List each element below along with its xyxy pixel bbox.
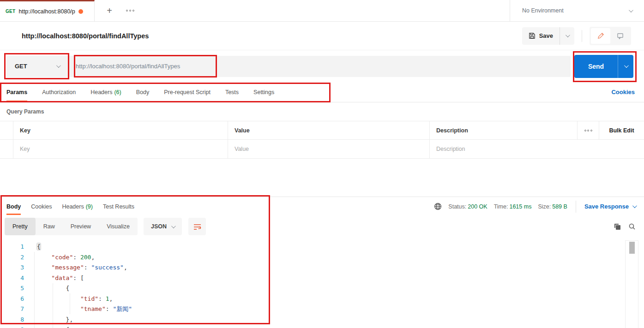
save-label: Save <box>539 32 553 39</box>
rename-button[interactable] <box>591 28 610 44</box>
param-value-input[interactable] <box>235 146 423 152</box>
send-button[interactable]: Send <box>574 55 618 78</box>
code-line: 4 "data": [ <box>0 273 644 284</box>
more-options-icon <box>584 130 592 131</box>
environment-selector[interactable]: No Environment <box>510 0 644 21</box>
tab-params[interactable]: Params <box>6 82 27 102</box>
request-tab[interactable]: GET http://localhost:8080/p <box>0 0 95 21</box>
column-header-description: Description <box>430 121 578 139</box>
param-key-input[interactable] <box>20 146 221 152</box>
response-view-controls: Pretty Raw Preview Visualize JSON <box>0 216 644 237</box>
save-button[interactable]: Save <box>522 27 560 45</box>
send-options-button[interactable] <box>618 55 633 78</box>
top-tab-bar: GET http://localhost:8080/p + No Environ… <box>0 0 644 22</box>
format-dropdown[interactable]: JSON <box>144 218 182 235</box>
indent-guide <box>53 283 53 328</box>
request-header: http://localhost:8080/portal/findAllType… <box>0 22 644 50</box>
topbar-spacer <box>134 0 510 21</box>
request-url-row: GET Send <box>0 50 644 82</box>
method-value: GET <box>15 63 27 70</box>
column-header-key: Key <box>13 121 228 139</box>
url-input[interactable] <box>69 56 571 77</box>
new-tab-button[interactable]: + <box>105 6 114 15</box>
comment-button[interactable] <box>610 28 630 44</box>
line-number: 8 <box>0 315 24 325</box>
view-tab-raw[interactable]: Raw <box>36 218 63 235</box>
column-header-value: Value <box>228 121 430 139</box>
status-badge: Status:200 OK <box>448 203 487 210</box>
response-tab-body[interactable]: Body <box>6 197 21 216</box>
code-line: 9 { <box>0 325 644 328</box>
params-more-button[interactable] <box>578 121 599 139</box>
line-number: 3 <box>0 262 24 273</box>
format-lines-icon <box>193 223 201 230</box>
response-tab-headers[interactable]: Headers(9) <box>62 197 93 216</box>
response-scrollbar[interactable] <box>625 240 638 328</box>
divider <box>582 30 582 42</box>
query-params-title: Query Params <box>6 108 44 115</box>
line-number: 4 <box>0 273 24 284</box>
send-label: Send <box>588 63 604 70</box>
indent-guide <box>34 252 35 328</box>
query-params-table: Key Value Description Bulk Edit <box>0 121 644 159</box>
tab-tests[interactable]: Tests <box>225 82 239 102</box>
tab-settings[interactable]: Settings <box>253 82 274 102</box>
code-line: 2 "code": 200, <box>0 252 644 263</box>
search-icon[interactable] <box>628 223 636 230</box>
response-tab-cookies[interactable]: Cookies <box>31 197 52 216</box>
chevron-down-icon <box>629 8 633 12</box>
response-header: Body Cookies Headers(9) Test Results Sta… <box>0 197 644 216</box>
tab-options-icon[interactable] <box>126 10 134 12</box>
pencil-icon <box>597 32 604 39</box>
cookies-link[interactable]: Cookies <box>611 82 635 102</box>
view-tab-preview[interactable]: Preview <box>63 218 99 235</box>
code-line: 8 }, <box>0 315 644 325</box>
param-description-input[interactable] <box>436 146 638 152</box>
code-line: 5 { <box>0 283 644 294</box>
code-line: 6 "tid": 1, <box>0 294 644 304</box>
spacer <box>0 159 644 197</box>
response-body-viewer[interactable]: 1{2 "code": 200,3 "message": "success",4… <box>0 237 644 328</box>
chevron-down-icon <box>56 63 61 68</box>
view-tab-pretty[interactable]: Pretty <box>5 218 36 235</box>
copy-icon[interactable] <box>614 223 621 230</box>
response-code-lines: 1{2 "code": 200,3 "message": "success",4… <box>0 242 644 328</box>
line-number: 6 <box>0 294 24 304</box>
code-line: 7 "tname": "新闻" <box>0 304 644 315</box>
tab-method-label: GET <box>6 9 15 14</box>
scrollbar-thumb[interactable] <box>629 242 635 254</box>
tab-authorization[interactable]: Authorization <box>42 82 76 102</box>
time-badge: Time:1615 ms <box>494 203 532 210</box>
send-button-group: Send <box>574 55 633 78</box>
edit-comment-group <box>590 27 631 45</box>
row-check-cell <box>0 140 13 158</box>
request-title: http://localhost:8080/portal/findAllType… <box>22 32 149 40</box>
tab-headers[interactable]: Headers(6) <box>90 82 121 102</box>
globe-icon[interactable] <box>434 203 442 210</box>
tab-pre-request-script[interactable]: Pre-request Script <box>164 82 211 102</box>
tab-body[interactable]: Body <box>136 82 150 102</box>
postman-app: GET http://localhost:8080/p + No Environ… <box>0 0 644 328</box>
format-value: JSON <box>151 223 167 230</box>
save-icon <box>529 32 536 39</box>
response-tab-test-results[interactable]: Test Results <box>103 197 134 216</box>
line-number: 9 <box>0 325 24 328</box>
line-number: 5 <box>0 283 24 294</box>
save-options-button[interactable] <box>560 27 574 45</box>
view-tab-visualize[interactable]: Visualize <box>99 218 138 235</box>
tab-url-label: http://localhost:8080/p <box>18 8 75 15</box>
code-line: 3 "message": "success", <box>0 262 644 273</box>
url-bar: GET <box>6 56 571 77</box>
wrap-lines-button[interactable] <box>188 218 206 235</box>
unsaved-dot-icon <box>78 9 83 14</box>
divider <box>576 201 576 213</box>
table-header-row: Key Value Description Bulk Edit <box>0 121 644 140</box>
bulk-edit-button[interactable]: Bulk Edit <box>599 121 644 139</box>
table-row <box>0 140 644 158</box>
chevron-down-icon <box>171 224 176 228</box>
view-mode-tabs: Pretty Raw Preview Visualize <box>5 218 138 235</box>
save-response-button[interactable]: Save Response <box>584 203 636 210</box>
method-dropdown[interactable]: GET <box>6 56 69 77</box>
line-number: 7 <box>0 304 24 315</box>
save-button-group: Save <box>522 27 574 45</box>
